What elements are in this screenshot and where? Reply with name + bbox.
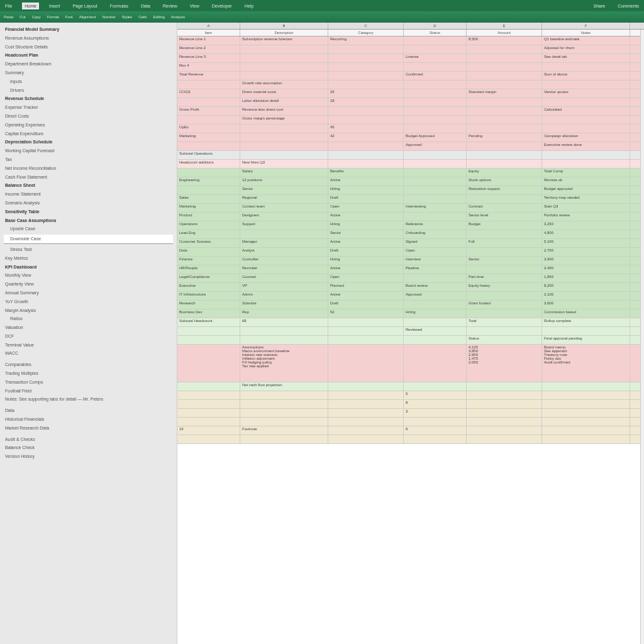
- cell[interactable]: [328, 327, 404, 335]
- cell[interactable]: Adjusted for churn: [542, 45, 630, 53]
- cell[interactable]: [467, 418, 542, 426]
- tab-review[interactable]: Review: [160, 3, 180, 9]
- cell[interactable]: Scientist: [240, 301, 328, 309]
- cell[interactable]: Executive: [177, 283, 240, 291]
- cell[interactable]: Portfolio review: [542, 213, 630, 221]
- cell[interactable]: Board memo See appendix Treasury note Po…: [542, 345, 630, 382]
- cell[interactable]: [177, 435, 240, 443]
- cell[interactable]: 9: [404, 426, 467, 435]
- nav-item[interactable]: Downside Case: [4, 235, 173, 244]
- tool-editing[interactable]: Editing: [153, 15, 164, 19]
- tab-formulas[interactable]: Formulas: [108, 3, 131, 9]
- cell[interactable]: Budget approved: [542, 186, 630, 194]
- nav-item[interactable]: Data: [4, 406, 173, 415]
- cell[interactable]: Salary: [240, 169, 328, 177]
- cell[interactable]: Total Comp: [542, 169, 630, 177]
- cell[interactable]: Customer Success: [177, 239, 240, 247]
- cell[interactable]: Subtotal Headcount: [177, 318, 240, 326]
- cell[interactable]: [240, 418, 328, 426]
- cell[interactable]: [240, 72, 328, 80]
- nav-item[interactable]: Balance Sheet: [4, 181, 173, 190]
- cell[interactable]: Net cash flow projection: [240, 382, 328, 391]
- cell[interactable]: Interview: [404, 257, 467, 265]
- tool-analysis[interactable]: Analysis: [171, 15, 185, 19]
- cell[interactable]: Active: [328, 213, 404, 221]
- cell[interactable]: [404, 45, 467, 53]
- cell[interactable]: [328, 80, 404, 89]
- nav-item[interactable]: Net Income Reconciliation: [4, 164, 173, 173]
- cell[interactable]: Active: [328, 177, 404, 186]
- cell[interactable]: [240, 54, 328, 62]
- cell[interactable]: Contract: [467, 204, 542, 212]
- tool-alignment[interactable]: Alignment: [79, 15, 96, 19]
- cell[interactable]: Footnote: [240, 426, 328, 435]
- cell[interactable]: [467, 160, 542, 168]
- cell[interactable]: Support: [240, 221, 328, 230]
- cell[interactable]: Finance: [177, 257, 240, 265]
- cell[interactable]: [542, 382, 630, 391]
- cell[interactable]: Sales: [177, 195, 240, 203]
- cell[interactable]: [177, 98, 240, 106]
- nav-item[interactable]: Monthly View: [4, 271, 173, 280]
- cell[interactable]: 5,100: [542, 239, 630, 247]
- cell[interactable]: IT Infrastructure: [177, 292, 240, 300]
- cell[interactable]: Senior: [328, 230, 404, 238]
- cell[interactable]: [240, 336, 328, 344]
- cell[interactable]: [404, 186, 467, 194]
- cell[interactable]: Draft: [328, 301, 404, 309]
- cell[interactable]: [467, 80, 542, 89]
- cell[interactable]: Territory map needed: [542, 195, 630, 203]
- cell[interactable]: [467, 426, 542, 435]
- col-b[interactable]: B: [240, 23, 328, 29]
- tab-view[interactable]: View: [187, 3, 202, 9]
- cell[interactable]: Business Dev: [177, 309, 240, 318]
- cell[interactable]: [404, 177, 467, 186]
- nav-item[interactable]: Summary: [4, 69, 173, 77]
- cell[interactable]: New hires Q2: [240, 160, 328, 168]
- cell[interactable]: [328, 400, 404, 408]
- cell[interactable]: 2,750: [542, 248, 630, 256]
- cell[interactable]: Growth rate assumption: [240, 80, 328, 89]
- cell[interactable]: Legal/Compliance: [177, 274, 240, 282]
- tool-cut[interactable]: Cut: [19, 15, 25, 19]
- cell[interactable]: Benefits: [328, 169, 404, 177]
- col-c[interactable]: C: [328, 23, 404, 29]
- cell[interactable]: Research: [177, 301, 240, 309]
- tool-format[interactable]: Format: [47, 15, 59, 19]
- hdr-category[interactable]: Category: [328, 30, 404, 36]
- cell[interactable]: 3: [404, 409, 467, 417]
- nav-item[interactable]: Notes: See supporting tabs for detail — …: [4, 395, 173, 404]
- col-f[interactable]: F: [542, 23, 630, 29]
- cell[interactable]: [177, 418, 240, 426]
- cell[interactable]: [467, 195, 542, 203]
- cell[interactable]: [240, 63, 328, 71]
- cell[interactable]: [542, 151, 630, 159]
- cell[interactable]: [328, 54, 404, 62]
- nav-item[interactable]: Capital Expenditure: [4, 130, 173, 138]
- cell[interactable]: [328, 391, 404, 399]
- cell[interactable]: Analyst: [240, 248, 328, 256]
- cell[interactable]: [542, 80, 630, 89]
- cell[interactable]: Approved: [404, 142, 467, 150]
- col-e[interactable]: E: [467, 23, 542, 29]
- cell[interactable]: [404, 213, 467, 221]
- cell[interactable]: Senior: [467, 257, 542, 265]
- cell[interactable]: [542, 400, 630, 408]
- cell[interactable]: Signed: [404, 239, 467, 247]
- cell[interactable]: [240, 151, 328, 159]
- cell[interactable]: Recurring: [328, 36, 404, 45]
- cell[interactable]: Gross margin percentage: [240, 116, 328, 124]
- cell[interactable]: Status: [467, 336, 542, 344]
- cell[interactable]: Approved: [404, 292, 467, 300]
- cell[interactable]: [328, 418, 404, 426]
- hdr-status[interactable]: Status: [404, 30, 467, 36]
- cell[interactable]: [467, 142, 542, 150]
- cell[interactable]: [404, 274, 467, 282]
- cell[interactable]: 2,100: [542, 292, 630, 300]
- cell[interactable]: License: [404, 54, 467, 62]
- cell[interactable]: [240, 142, 328, 150]
- cell[interactable]: [404, 435, 467, 443]
- cell[interactable]: Subtotal Operations: [177, 151, 240, 159]
- nav-item[interactable]: WACC: [4, 349, 173, 358]
- nav-item[interactable]: Cost Structure Details: [4, 43, 173, 52]
